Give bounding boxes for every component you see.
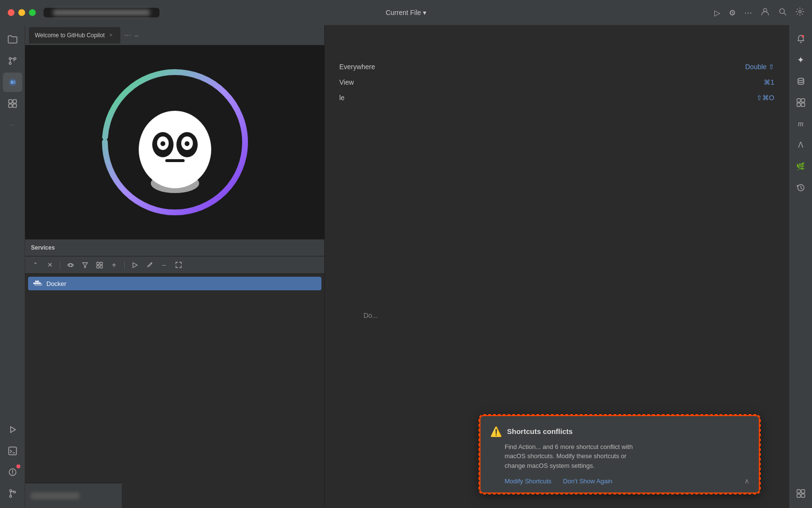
- activity-debug-icon[interactable]: [3, 463, 22, 482]
- tab-bar: Welcome to GitHub Copilot × ⋯ –: [25, 25, 324, 45]
- shortcuts-conflict-notification: ⚠️ Shortcuts conflicts Find Action... an…: [479, 415, 760, 494]
- left-panel: Welcome to GitHub Copilot × ⋯ –: [25, 25, 325, 508]
- more-icon[interactable]: ⋯: [744, 8, 752, 17]
- svg-rect-11: [13, 104, 16, 107]
- run-icon[interactable]: ▷: [714, 8, 720, 17]
- toolbar-add-btn[interactable]: +: [108, 259, 120, 271]
- tab-close-button[interactable]: ×: [108, 32, 115, 39]
- svg-rect-27: [801, 103, 805, 106]
- time-history-icon[interactable]: [792, 179, 810, 196]
- services-title: Services: [31, 244, 55, 251]
- close-button[interactable]: [8, 9, 14, 16]
- copilot-welcome-area: [25, 45, 324, 239]
- tab-minimize-button[interactable]: –: [135, 31, 139, 39]
- partial-text: Do...: [363, 312, 378, 319]
- maximize-button[interactable]: [29, 9, 36, 16]
- menu-file-label: le: [339, 94, 345, 102]
- svg-rect-42: [165, 159, 185, 162]
- toolbar-view-btn[interactable]: [64, 259, 77, 271]
- tab-title: Welcome to GitHub Copilot: [35, 32, 105, 39]
- svg-point-17: [12, 474, 13, 475]
- svg-line-2: [784, 13, 786, 15]
- extensions-right-icon[interactable]: [792, 94, 810, 111]
- toolbar-stop-btn[interactable]: –: [158, 259, 170, 271]
- docker-service-name: Docker: [46, 280, 66, 287]
- activity-extensions-icon[interactable]: [3, 94, 22, 113]
- toolbar-filter-btn[interactable]: [79, 259, 91, 271]
- svg-rect-25: [801, 99, 805, 102]
- editor-area: Everywhere Double ⇧ View ⌘1 le ⇧⌘O Do...…: [325, 25, 789, 508]
- svg-point-40: [160, 141, 165, 146]
- warning-icon: ⚠️: [490, 426, 502, 437]
- notification-actions: Modify Shortcuts Don't Show Again ∧: [490, 477, 749, 485]
- svg-rect-30: [801, 490, 805, 493]
- toolbar-close-btn[interactable]: ✕: [44, 259, 56, 271]
- activity-git-icon[interactable]: [3, 51, 22, 71]
- toolbar-expand-btn[interactable]: ⌃: [29, 259, 42, 271]
- notification-bell-icon[interactable]: [792, 30, 810, 47]
- svg-rect-51: [100, 266, 102, 268]
- activity-copilot-icon[interactable]: [3, 73, 22, 92]
- svg-rect-48: [97, 262, 99, 265]
- menu-overlay: Everywhere Double ⇧ View ⌘1 le ⇧⌘O: [325, 54, 789, 110]
- activity-bar-bottom: [0, 420, 25, 508]
- search-titlebar-icon[interactable]: [778, 7, 787, 18]
- services-panel: Services ⌃ ✕: [25, 239, 324, 508]
- toolbar-edit-btn[interactable]: [143, 259, 156, 271]
- merge-m-icon[interactable]: m: [792, 115, 810, 133]
- toolbar-run-btn[interactable]: [129, 259, 141, 271]
- svg-point-20: [14, 491, 15, 493]
- gear-titlebar-icon[interactable]: [796, 7, 804, 18]
- toolbar-group-btn[interactable]: [93, 259, 106, 271]
- leaf-icon[interactable]: 🌿: [792, 158, 810, 175]
- notification-collapse-btn[interactable]: ∧: [744, 477, 749, 485]
- menu-view-shortcut: ⌘1: [764, 78, 774, 86]
- toolbar-fullscreen-btn[interactable]: [172, 259, 185, 271]
- svg-rect-43: [169, 162, 174, 168]
- svg-point-3: [799, 11, 801, 13]
- modify-shortcuts-link[interactable]: Modify Shortcuts: [505, 478, 551, 485]
- ai-sparkle-icon[interactable]: ✦: [792, 51, 810, 69]
- svg-rect-49: [100, 262, 102, 265]
- svg-rect-9: [13, 100, 16, 103]
- svg-marker-12: [11, 427, 15, 433]
- copilot-right-bottom-icon[interactable]: [792, 485, 810, 502]
- activity-more-icon[interactable]: ···: [3, 115, 22, 134]
- activity-folder-icon[interactable]: [3, 30, 22, 49]
- menu-item-view: View ⌘1: [339, 75, 774, 90]
- activity-terminal-icon[interactable]: [3, 441, 22, 461]
- current-file-label: Current File: [386, 9, 421, 16]
- svg-rect-29: [797, 490, 800, 493]
- svg-rect-26: [797, 103, 800, 106]
- svg-point-41: [185, 141, 189, 146]
- title-bar-actions: ▷ ⚙ ⋯: [714, 7, 804, 18]
- main-area: Welcome to GitHub Copilot × ⋯ –: [25, 25, 789, 508]
- dont-show-again-link[interactable]: Don't Show Again: [563, 478, 612, 485]
- svg-rect-32: [801, 494, 805, 497]
- svg-rect-56: [35, 281, 37, 282]
- title-bar-center: Current File ▾: [382, 7, 430, 18]
- svg-marker-47: [83, 263, 87, 268]
- settings-icon[interactable]: ⚙: [729, 8, 736, 17]
- copilot-logo-container: [25, 45, 324, 239]
- activity-git-branches-icon[interactable]: [3, 484, 22, 503]
- blurred-username: [31, 493, 79, 499]
- lambda-icon[interactable]: Λ: [792, 136, 810, 154]
- activity-run-icon[interactable]: [3, 420, 22, 439]
- minimize-button[interactable]: [18, 9, 25, 16]
- database-icon[interactable]: [792, 73, 810, 90]
- svg-point-19: [10, 495, 12, 497]
- welcome-tab[interactable]: Welcome to GitHub Copilot ×: [29, 27, 120, 44]
- title-bar: Current File ▾ ▷ ⚙ ⋯: [0, 0, 812, 25]
- tab-more-button[interactable]: ⋯: [124, 31, 131, 39]
- docker-icon: [33, 280, 43, 287]
- account-icon[interactable]: [761, 7, 769, 18]
- docker-service-item[interactable]: Docker: [28, 277, 321, 290]
- traffic-lights: [8, 9, 36, 16]
- activity-bar: ···: [0, 25, 25, 508]
- services-list: Docker: [25, 274, 324, 508]
- services-toolbar: ⌃ ✕: [25, 256, 324, 274]
- toolbar-separator: [60, 261, 60, 269]
- svg-rect-50: [97, 266, 99, 268]
- current-file-button[interactable]: Current File ▾: [382, 7, 430, 18]
